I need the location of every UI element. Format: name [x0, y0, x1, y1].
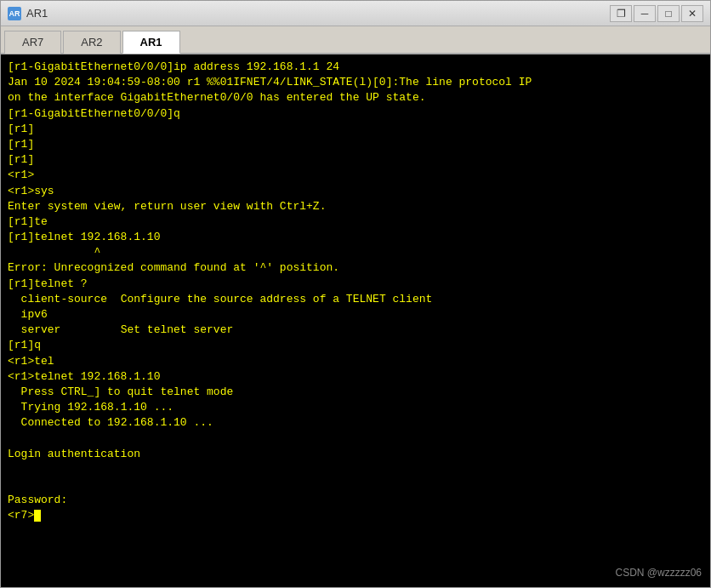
terminal-line: <r1>sys [8, 184, 703, 199]
terminal-line [8, 462, 703, 477]
terminal-output: [r1-GigabitEthernet0/0/0]ip address 192.… [8, 60, 703, 524]
terminal-line: ipv6 [8, 307, 703, 323]
terminal-line: [r1] [8, 137, 703, 152]
terminal-line: [r1]telnet 192.168.1.10 [8, 230, 703, 245]
minimize-button[interactable]: ─ [634, 5, 656, 22]
app-icon: AR [8, 7, 21, 20]
maximize-button[interactable]: □ [657, 5, 680, 22]
window-title: AR1 [26, 7, 48, 20]
terminal-line: Password: [8, 493, 703, 508]
terminal-line: [r1]telnet ? [8, 277, 703, 292]
window-controls: ❐ ─ □ ✕ [610, 5, 703, 22]
restore-button[interactable]: ❐ [610, 5, 632, 22]
watermark: CSDN @wzzzzz06 [615, 566, 702, 580]
terminal-line: Login authentication [8, 447, 703, 462]
terminal-line: Trying 192.168.1.10 ... [8, 400, 703, 415]
terminal-line [8, 431, 703, 447]
terminal-line: Enter system view, return user view with… [8, 199, 703, 214]
terminal-line: <r1>telnet 192.168.1.10 [8, 369, 703, 385]
terminal-line: [r1] [8, 122, 703, 137]
terminal-line: client-source Configure the source addre… [8, 292, 703, 307]
terminal-line: <r1>tel [8, 354, 703, 369]
terminal-line: [r1-GigabitEthernet0/0/0]ip address 192.… [8, 60, 703, 75]
terminal-line [8, 477, 703, 493]
title-bar-left: AR AR1 [8, 7, 48, 20]
terminal-cursor [34, 510, 41, 522]
terminal-line: Error: Unrecognized command found at '^'… [8, 260, 703, 276]
terminal-line: Connected to 192.168.1.10 ... [8, 415, 703, 431]
main-window: AR AR1 ❐ ─ □ ✕ AR7 AR2 AR1 [r1-GigabitEt… [0, 0, 711, 588]
terminal-line: [r1-GigabitEthernet0/0/0]q [8, 106, 703, 122]
tab-bar: AR7 AR2 AR1 [1, 26, 710, 54]
terminal-line: Jan 10 2024 19:04:59-08:00 r1 %%01IFNET/… [8, 75, 703, 90]
tab-ar2[interactable]: AR2 [63, 31, 120, 54]
close-button[interactable]: ✕ [681, 5, 703, 22]
terminal-line: <r1> [8, 168, 703, 183]
terminal-area[interactable]: [r1-GigabitEthernet0/0/0]ip address 192.… [1, 54, 710, 587]
terminal-line: [r1] [8, 152, 703, 168]
terminal-line: [r1]te [8, 214, 703, 230]
terminal-line: Press CTRL_] to quit telnet mode [8, 385, 703, 400]
terminal-line: [r1]q [8, 338, 703, 353]
tab-ar1[interactable]: AR1 [122, 31, 180, 54]
terminal-line: server Set telnet server [8, 323, 703, 338]
terminal-line: on the interface GigabitEthernet0/0/0 ha… [8, 90, 703, 106]
title-bar: AR AR1 ❐ ─ □ ✕ [1, 1, 710, 26]
terminal-line: ^ [8, 245, 703, 260]
terminal-line: <r7> [8, 508, 703, 523]
tab-ar7[interactable]: AR7 [4, 31, 61, 54]
